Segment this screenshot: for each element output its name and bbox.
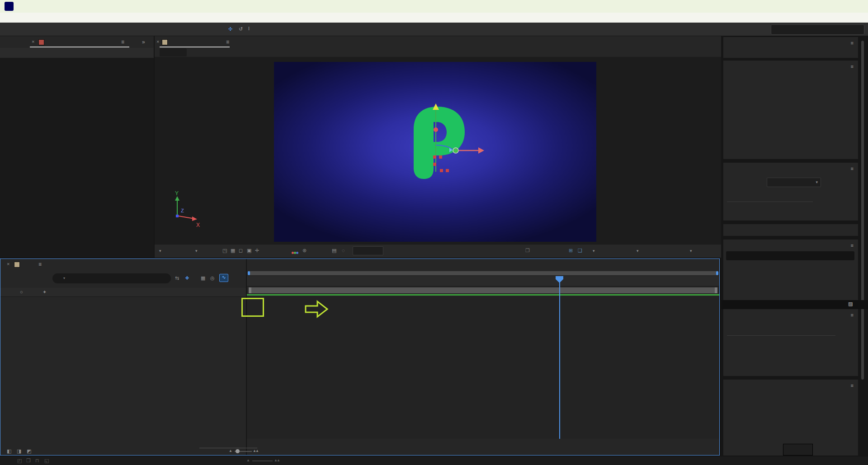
maximize-button[interactable] xyxy=(823,0,844,13)
svg-text:Y: Y xyxy=(175,190,179,197)
drag-corner-icon[interactable]: ▨ xyxy=(848,301,853,307)
expand-layer-switches-icon[interactable]: ◧ xyxy=(7,448,11,454)
app-icon xyxy=(5,2,14,11)
panel-menu-icon[interactable]: ≡ xyxy=(851,383,854,388)
preview-window-icon[interactable]: ❑ xyxy=(578,248,582,254)
effect-controls-panel: × ≡ » xyxy=(0,36,154,257)
status-icon-3: ⊓ xyxy=(35,458,39,464)
exposure-icon[interactable]: ⊛ xyxy=(302,248,307,254)
panel-menu-icon[interactable]: ≡ xyxy=(851,243,854,248)
dock-gap: ▨ xyxy=(721,300,868,309)
brushes-panel: ≡ xyxy=(723,380,858,456)
menu-bar xyxy=(0,13,868,23)
brush-preview-box xyxy=(783,444,813,456)
comp-nav-tab-main[interactable] xyxy=(160,48,187,56)
current-time-field[interactable] xyxy=(353,246,383,255)
align-panel: ≡ ▾ xyxy=(723,163,858,221)
mini-flowchart-icon[interactable]: ⇆ xyxy=(175,275,179,281)
channels-icon[interactable] xyxy=(292,249,298,255)
timeline-column-header: ○ ✦ xyxy=(0,288,246,297)
panel-menu-icon[interactable]: ≡ xyxy=(851,312,854,318)
motion-blur-master-icon[interactable]: ◎ xyxy=(210,275,215,281)
help-search-input[interactable] xyxy=(776,25,850,31)
zoom-slider-thumb[interactable] xyxy=(236,449,240,453)
close-tab-icon[interactable]: × xyxy=(32,39,34,44)
close-tab-icon[interactable]: × xyxy=(156,39,159,44)
time-ruler[interactable] xyxy=(247,276,719,287)
snapshot-icon[interactable]: ▤ xyxy=(332,248,336,254)
status-icon-1: ◰ xyxy=(17,458,22,464)
resolution-dropdown[interactable]: ▾ xyxy=(193,248,198,253)
work-area-bar[interactable] xyxy=(249,287,717,293)
pixel-aspect-icon[interactable]: ⊞ xyxy=(569,248,573,254)
fast-previews-icon[interactable]: ◳ xyxy=(222,248,227,254)
camera-view-dropdown[interactable]: ▾ xyxy=(635,248,639,253)
region-of-interest-icon[interactable]: ▣ xyxy=(247,248,251,254)
lasso-icon[interactable]: ↺ xyxy=(239,26,243,32)
expand-transfer-controls-icon[interactable]: ◨ xyxy=(17,448,21,454)
timeline-search-box[interactable]: ▾ xyxy=(52,273,171,283)
zoom-in-icon[interactable]: ▲▲ xyxy=(253,449,258,453)
panel-menu-icon[interactable]: ≡ xyxy=(38,261,42,268)
align-to-dropdown[interactable]: ▾ xyxy=(767,178,821,187)
comp-bottom-bar: ▾ ▾ ◳ ▦ ◻ ▣ ✛ ⊛ ▤ ◌ ❐ ⊞ ❑ ▾ ▾ ▾ xyxy=(155,244,721,258)
axis-widget: Y Z X xyxy=(171,190,212,233)
comp-color-swatch xyxy=(162,39,168,45)
status-zoom-out-icon: ▲ xyxy=(246,458,250,462)
close-button[interactable] xyxy=(847,0,868,13)
time-navigator[interactable] xyxy=(248,271,718,275)
dock-scrollbar[interactable] xyxy=(861,41,864,380)
view-options-icon[interactable]: ✛ xyxy=(255,248,259,254)
zoom-out-icon[interactable]: ▲ xyxy=(229,449,232,453)
view-layout-dropdown[interactable]: ▾ xyxy=(688,248,692,253)
panel-menu-icon[interactable]: ≡ xyxy=(121,39,124,45)
minimize-button[interactable] xyxy=(798,0,819,13)
help-search-box[interactable] xyxy=(771,24,864,35)
show-snapshot-icon[interactable]: ◌ xyxy=(342,248,345,253)
effects-search-box[interactable] xyxy=(726,251,854,260)
panel-overflow-icon[interactable]: » xyxy=(142,39,145,45)
shy-master-icon[interactable]: ❖ xyxy=(185,275,189,281)
svg-text:X: X xyxy=(196,222,200,228)
svg-text:Z: Z xyxy=(181,208,184,213)
after-effects-window: ✣ ↺ I × ≡ » × ≡ xyxy=(0,0,868,465)
graph-editor-toggle[interactable]: ∿ xyxy=(219,274,228,282)
label-column-icon: ✦ xyxy=(42,289,47,295)
playhead-line[interactable] xyxy=(559,276,560,439)
solo-column-icon: ○ xyxy=(20,289,23,295)
expand-in-out-icon[interactable]: ◩ xyxy=(27,448,31,454)
tutorial-arrow xyxy=(304,300,329,319)
frame-blend-master-icon[interactable]: ▦ xyxy=(201,275,205,281)
layer-color-swatch xyxy=(38,39,44,45)
panel-menu-icon[interactable]: ≡ xyxy=(226,39,229,45)
effects-presets-panel: ≡ xyxy=(723,240,858,300)
close-tab-icon[interactable]: × xyxy=(7,261,9,267)
comp-duration-bar xyxy=(247,294,719,296)
panel-menu-icon[interactable]: ≡ xyxy=(851,166,854,171)
mask-visibility-icon[interactable]: ◻ xyxy=(239,248,243,254)
tutorial-highlight-keyframe xyxy=(241,298,264,317)
timeline-panel: × ≡ ▾ ⇆ ❖ ▦ ◎ ∿ ○ ✦ xyxy=(0,258,720,456)
audio-panel xyxy=(723,224,858,236)
status-zoom-in-icon: ▲▲ xyxy=(274,458,279,462)
3d-gizmo[interactable] xyxy=(420,102,493,181)
status-bar: ◰ ❒ ⊓ ◱ ▲ ▲▲ xyxy=(0,456,868,465)
status-icon-2: ❒ xyxy=(26,458,31,464)
comp-tab-swatch xyxy=(14,262,20,268)
comp-viewer[interactable]: Y Z X xyxy=(155,57,721,244)
title-bar xyxy=(0,0,868,13)
transparency-grid-icon[interactable]: ▦ xyxy=(231,248,235,254)
panel-menu-icon[interactable]: ≡ xyxy=(851,40,854,46)
panel-menu-icon[interactable]: ≡ xyxy=(851,64,854,69)
effect-controls-body xyxy=(0,58,154,257)
status-icon-4: ◱ xyxy=(44,458,49,464)
paragraph-panel: ≡ xyxy=(723,309,858,376)
toolbar: ✣ ↺ I xyxy=(0,23,868,36)
draft-3d-toggle[interactable]: ❐ xyxy=(525,248,530,254)
gizmo-universal-icon[interactable]: ✣ xyxy=(228,26,232,32)
magnification-dropdown[interactable]: ▾ xyxy=(157,248,161,253)
composition-panel: × ≡ xyxy=(155,36,721,257)
ibeam-icon[interactable]: I xyxy=(248,26,250,31)
renderer-dropdown[interactable]: ▾ xyxy=(591,248,595,253)
timeline-footer: ◧ ◨ ◩ ▲ ▲▲ xyxy=(0,448,718,455)
